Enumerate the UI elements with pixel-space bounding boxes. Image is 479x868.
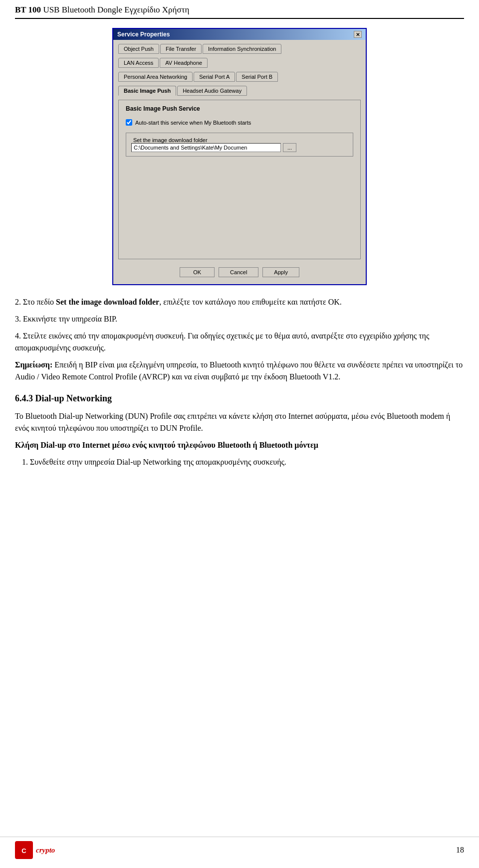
tab-lan-access[interactable]: LAN Access bbox=[118, 58, 159, 68]
folder-fieldset: Set the image download folder ... bbox=[126, 133, 353, 157]
tab-serial-port-a[interactable]: Serial Port A bbox=[194, 72, 235, 82]
tab-information-sync[interactable]: Information Synchronization bbox=[203, 44, 281, 54]
note-text: Επειδή η BIP είναι μια εξελιγμένη υπηρεσ… bbox=[15, 360, 463, 381]
tab-basic-image-push[interactable]: Basic Image Push bbox=[118, 86, 176, 96]
page-title: BT 100 USB Bluetooth Dongle Εγχειρίδιο Χ… bbox=[15, 5, 464, 15]
tabs-row-4: Basic Image Push Headset Audio Gateway bbox=[118, 86, 361, 96]
page-header: BT 100 USB Bluetooth Dongle Εγχειρίδιο Χ… bbox=[15, 5, 464, 19]
tabs-row: Object Push File Transfer Information Sy… bbox=[118, 44, 361, 54]
folder-path-input[interactable] bbox=[131, 143, 281, 152]
tab-object-push[interactable]: Object Push bbox=[118, 44, 159, 54]
dialog-buttons: OK Cancel Apply bbox=[118, 264, 361, 279]
list-item-1: Συνδεθείτε στην υπηρεσία Dial-up Network… bbox=[30, 456, 464, 468]
tabs-row-3: Personal Area Networking Serial Port A S… bbox=[118, 72, 361, 82]
folder-row: ... bbox=[131, 143, 348, 152]
checkbox-label: Auto-start this service when My Bluetoot… bbox=[135, 120, 251, 126]
browse-button[interactable]: ... bbox=[283, 143, 296, 152]
title-rest: USB Bluetooth Dongle Εγχειρίδιο Χρήστη bbox=[41, 5, 189, 14]
dialog-titlebar: Service Properties ✕ bbox=[113, 29, 366, 40]
tab-file-transfer[interactable]: File Transfer bbox=[160, 44, 202, 54]
footer-page-number: 18 bbox=[456, 846, 464, 855]
checkbox-row[interactable]: Auto-start this service when My Bluetoot… bbox=[126, 119, 353, 126]
main-body: 2. Στο πεδίο Set the image download fold… bbox=[15, 296, 464, 468]
close-button[interactable]: ✕ bbox=[354, 31, 362, 38]
tab-headset-audio-gateway[interactable]: Headset Audio Gateway bbox=[177, 86, 247, 96]
step3-text: 3. Εκκινήστε την υπηρεσία BIP. bbox=[15, 313, 464, 325]
steps-list: Συνδεθείτε στην υπηρεσία Dial-up Network… bbox=[30, 456, 464, 468]
tab-av-headphone[interactable]: AV Headphone bbox=[160, 58, 208, 68]
note-paragraph: Σημείωση: Επειδή η BIP είναι μια εξελιγμ… bbox=[15, 359, 464, 383]
cancel-button[interactable]: Cancel bbox=[219, 267, 258, 277]
dialog-window: Service Properties ✕ Object Push File Tr… bbox=[112, 28, 367, 285]
fieldset-legend: Set the image download folder bbox=[131, 137, 210, 143]
step2-bold: Set the image download folder bbox=[56, 298, 159, 306]
autostart-checkbox[interactable] bbox=[126, 119, 132, 126]
ok-button[interactable]: OK bbox=[180, 267, 215, 277]
page-footer: C crypto 18 bbox=[0, 837, 479, 859]
subsection-heading: Κλήση Dial-up στο Internet μέσω ενός κιν… bbox=[15, 439, 464, 451]
service-name: Basic Image Push Service bbox=[126, 105, 353, 112]
svg-text:C: C bbox=[21, 847, 26, 855]
dialog-content-area: Basic Image Push Service Auto-start this… bbox=[118, 100, 361, 259]
subsection-title: Κλήση Dial-up στο Internet μέσω ενός κιν… bbox=[15, 441, 318, 449]
apply-button[interactable]: Apply bbox=[262, 267, 299, 277]
step4-text: 4. Στείλτε εικόνες από την απομακρυσμένη… bbox=[15, 330, 464, 354]
section-heading-dial-up: 6.4.3 Dial-up Networking bbox=[15, 392, 464, 405]
footer-logo-text: crypto bbox=[36, 846, 55, 855]
tab-serial-port-b[interactable]: Serial Port B bbox=[236, 72, 278, 82]
title-bold: BT 100 bbox=[15, 5, 41, 14]
dialog-container: Service Properties ✕ Object Push File Tr… bbox=[15, 28, 464, 285]
step2-text: 2. Στο πεδίο Set the image download fold… bbox=[15, 296, 464, 308]
dialog-title: Service Properties bbox=[117, 31, 170, 38]
note-label: Σημείωση: bbox=[15, 360, 52, 369]
dialog-body: Object Push File Transfer Information Sy… bbox=[113, 40, 366, 284]
tabs-row-2: LAN Access AV Headphone bbox=[118, 58, 361, 68]
section-intro: Το Bluetooth Dial-up Networking (DUN) Pr… bbox=[15, 410, 464, 434]
crypto-svg-icon: C bbox=[17, 843, 31, 857]
tab-personal-area-networking[interactable]: Personal Area Networking bbox=[118, 72, 193, 82]
footer-logo: C crypto bbox=[15, 841, 55, 859]
crypto-logo-icon: C bbox=[15, 841, 33, 859]
